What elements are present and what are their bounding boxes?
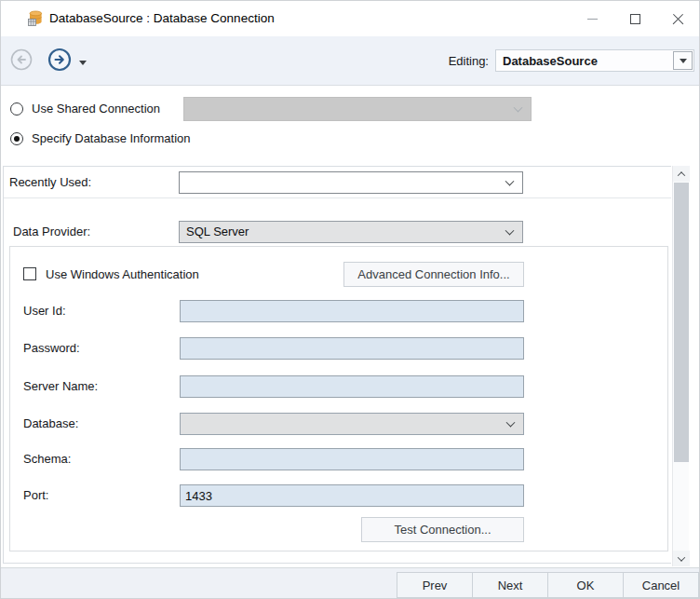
vertical-scrollbar[interactable] bbox=[672, 166, 689, 566]
schema-label: Schema: bbox=[23, 452, 71, 466]
title-bar: DatabaseSource : Database Connection bbox=[1, 1, 699, 36]
specify-database-label: Specify Database Information bbox=[32, 131, 191, 145]
footer-buttons: Prev Next OK Cancel bbox=[397, 572, 699, 598]
prev-button[interactable]: Prev bbox=[397, 572, 473, 598]
maximize-button[interactable] bbox=[613, 1, 656, 36]
database-info-groupbox: Use Windows Authentication Advanced Conn… bbox=[9, 246, 668, 551]
back-button[interactable] bbox=[10, 48, 33, 71]
window-title: DatabaseSource : Database Connection bbox=[49, 11, 275, 25]
shared-connection-option[interactable]: Use Shared Connection bbox=[10, 102, 160, 116]
test-connection-button[interactable]: Test Connection... bbox=[361, 517, 524, 542]
windows-auth-checkbox[interactable] bbox=[23, 267, 36, 280]
chevron-up-icon bbox=[678, 171, 685, 179]
password-input[interactable] bbox=[180, 337, 524, 360]
recently-used-select[interactable] bbox=[179, 171, 523, 194]
maximize-icon bbox=[630, 14, 640, 24]
close-button[interactable] bbox=[656, 1, 699, 36]
editing-value: DatabaseSource bbox=[496, 54, 598, 68]
data-provider-value: SQL Server bbox=[186, 225, 249, 238]
connection-mode-section: Use Shared Connection Specify Database I… bbox=[1, 87, 699, 166]
chevron-down-icon bbox=[514, 103, 523, 113]
connection-form: Recently Used: Data Provider: SQL Server… bbox=[3, 166, 671, 564]
forward-button[interactable] bbox=[47, 48, 72, 72]
cancel-button[interactable]: Cancel bbox=[623, 572, 699, 598]
editing-dropdown-button[interactable] bbox=[673, 51, 693, 70]
server-name-input[interactable] bbox=[180, 375, 524, 398]
windows-auth-label: Use Windows Authentication bbox=[46, 267, 199, 281]
recently-used-label: Recently Used: bbox=[9, 175, 91, 189]
user-id-input[interactable] bbox=[180, 300, 524, 322]
database-label: Database: bbox=[23, 416, 78, 430]
dialog-window: DatabaseSource : Database Connection Edi… bbox=[0, 0, 700, 599]
shared-connection-radio[interactable] bbox=[10, 102, 23, 116]
next-button[interactable]: Next bbox=[472, 572, 548, 598]
advanced-connection-info-button[interactable]: Advanced Connection Info... bbox=[343, 262, 524, 287]
specify-database-option[interactable]: Specify Database Information bbox=[10, 131, 191, 145]
database-icon bbox=[27, 10, 44, 27]
navigation-toolbar: Editing: DatabaseSource bbox=[1, 36, 699, 86]
password-label: Password: bbox=[23, 341, 80, 355]
minimize-icon bbox=[587, 19, 598, 20]
chevron-down-icon bbox=[506, 418, 516, 428]
caret-down-icon bbox=[680, 59, 687, 63]
data-provider-label: Data Provider: bbox=[13, 225, 90, 238]
chevron-down-icon bbox=[505, 226, 515, 236]
separator bbox=[4, 197, 671, 198]
editing-combobox[interactable]: DatabaseSource bbox=[495, 49, 694, 72]
user-id-label: User Id: bbox=[23, 304, 66, 318]
shared-connection-label: Use Shared Connection bbox=[32, 102, 160, 116]
window-controls bbox=[571, 1, 699, 36]
circled-arrow-left-icon bbox=[10, 48, 33, 71]
ok-button[interactable]: OK bbox=[547, 572, 624, 598]
history-caret-icon[interactable] bbox=[79, 61, 87, 65]
chevron-down-icon bbox=[505, 177, 515, 186]
editing-selector: Editing: DatabaseSource bbox=[449, 49, 694, 72]
scroll-up-button[interactable] bbox=[673, 166, 690, 182]
scrollbar-thumb[interactable] bbox=[674, 183, 689, 462]
schema-input[interactable] bbox=[180, 448, 524, 470]
editing-label: Editing: bbox=[449, 54, 489, 68]
port-label: Port: bbox=[23, 488, 48, 502]
circled-arrow-right-icon bbox=[47, 48, 72, 72]
specify-database-radio[interactable] bbox=[10, 132, 23, 145]
database-select[interactable] bbox=[180, 413, 524, 435]
close-icon bbox=[672, 13, 684, 25]
data-provider-select[interactable]: SQL Server bbox=[179, 221, 523, 243]
scroll-down-button[interactable] bbox=[673, 551, 690, 566]
footer-bar: Prev Next OK Cancel bbox=[1, 567, 699, 598]
minimize-button[interactable] bbox=[571, 1, 613, 36]
server-name-label: Server Name: bbox=[23, 379, 98, 393]
chevron-down-icon bbox=[678, 553, 685, 561]
shared-connection-select bbox=[183, 97, 532, 121]
port-input[interactable] bbox=[180, 484, 524, 507]
